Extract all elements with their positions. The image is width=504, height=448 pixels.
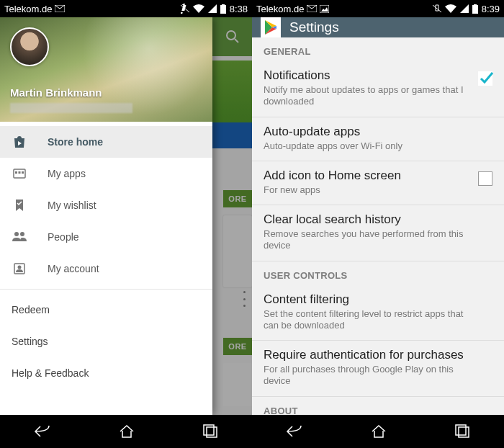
system-nav [252,415,504,448]
status-bar: Telekom.de 8:38 [0,0,252,17]
mail-icon [55,5,65,12]
svg-rect-3 [222,4,225,6]
setting-subtitle: Notify me about updates to apps or games… [264,84,492,108]
phone-right: Telekom.de 8:39 Settings GENERAL Notific… [252,0,504,448]
nav-store-home[interactable]: Store home [0,126,212,158]
clock-label: 8:39 [482,4,500,14]
checkbox-unchecked-icon[interactable] [478,171,492,186]
setting-subtitle: For all purchases through Google Play on… [264,364,492,387]
user-email-redacted [10,103,132,113]
drawer-nav-list: Store home My apps My wishlist People My… [0,122,212,389]
recents-icon[interactable] [454,424,471,439]
app-bar: Settings [252,17,504,37]
setting-subtitle: Set the content filtering level to restr… [264,308,492,332]
svg-rect-17 [320,5,329,13]
svg-point-13 [18,266,22,269]
wifi-icon [193,4,204,13]
home-icon[interactable] [370,424,387,439]
status-bar: Telekom.de 8:39 [252,0,504,17]
nav-label: My account [48,263,99,274]
nav-wishlist[interactable]: My wishlist [0,189,212,221]
section-header-general: GENERAL [252,37,504,61]
back-icon[interactable] [33,424,52,439]
setting-content-filtering[interactable]: Content filtering Set the content filter… [252,285,504,341]
mail-icon [307,5,317,12]
svg-rect-22 [459,427,469,437]
section-header-user-controls: USER CONTROLS [252,261,504,285]
setting-add-icon[interactable]: Add icon to Home screen For new apps [252,161,504,205]
svg-rect-15 [204,425,214,435]
nav-settings[interactable]: Settings [0,326,212,357]
nav-drawer: Martin Brinkmann Store home My apps My w… [0,17,212,415]
setting-title: Clear local search history [264,212,492,227]
nav-label: People [48,231,79,243]
image-icon [320,5,329,13]
vibrate-icon [433,4,441,14]
bookmark-check-icon [12,197,27,213]
setting-title: Require authentication for purchases [264,348,492,362]
nav-label: My apps [48,168,86,179]
play-store-bg: ORE ORE Martin Brinkmann Store home My a… [0,17,252,415]
setting-require-auth[interactable]: Require authentication for purchases For… [252,341,504,397]
setting-notifications[interactable]: Notifications Notify me about updates to… [252,61,504,117]
divider [0,289,212,290]
signal-icon [460,4,469,13]
nav-label: Store home [48,136,103,148]
vibrate-icon [181,4,189,14]
clock-label: 8:38 [230,4,248,14]
svg-rect-20 [474,4,477,6]
setting-subtitle: Auto-update apps over Wi-Fi only [264,140,492,152]
svg-rect-14 [207,427,217,437]
nav-help[interactable]: Help & Feedback [0,357,212,389]
avatar[interactable] [10,27,49,66]
setting-title: Auto-update apps [264,125,492,139]
account-icon [12,261,27,277]
battery-icon [220,4,226,14]
svg-rect-2 [220,5,226,14]
setting-clear-history[interactable]: Clear local search history Remove search… [252,205,504,261]
svg-rect-23 [456,425,466,435]
recents-icon[interactable] [202,424,219,439]
setting-title: Content filtering [264,292,492,307]
wifi-icon [445,4,456,13]
checkbox-checked-icon[interactable] [478,71,492,86]
svg-rect-9 [22,171,24,174]
setting-subtitle: For new apps [264,184,492,196]
settings-screen: Settings GENERAL Notifications Notify me… [252,17,504,415]
setting-title: Add icon to Home screen [264,169,492,183]
nav-redeem[interactable]: Redeem [0,294,212,326]
system-nav [0,415,252,448]
setting-subtitle: Remove searches you have performed from … [264,228,492,252]
battery-icon [472,4,478,14]
bag-play-icon [12,134,27,150]
svg-point-11 [20,232,24,236]
setting-auto-update[interactable]: Auto-update apps Auto-update apps over W… [252,117,504,161]
user-name: Martin Brinkmann [10,86,102,99]
people-icon [12,229,27,245]
nav-account[interactable]: My account [0,253,212,285]
back-icon[interactable] [285,424,304,439]
nav-my-apps[interactable]: My apps [0,158,212,189]
svg-rect-7 [15,171,17,174]
nav-people[interactable]: People [0,221,212,253]
setting-title: Notifications [264,68,492,83]
carrier-label: Telekom.de [4,4,52,14]
grid-icon [12,166,27,182]
nav-label: My wishlist [48,200,96,211]
home-icon[interactable] [118,424,135,439]
appbar-title: Settings [289,19,339,35]
svg-rect-8 [19,171,21,174]
carrier-label: Telekom.de [256,4,304,14]
signal-icon [208,4,217,13]
phone-left: Telekom.de 8:38 ORE ORE Mar [0,0,252,448]
play-store-icon [261,17,281,37]
drawer-header[interactable]: Martin Brinkmann [0,17,212,122]
svg-rect-19 [472,5,478,14]
svg-point-10 [14,232,19,236]
